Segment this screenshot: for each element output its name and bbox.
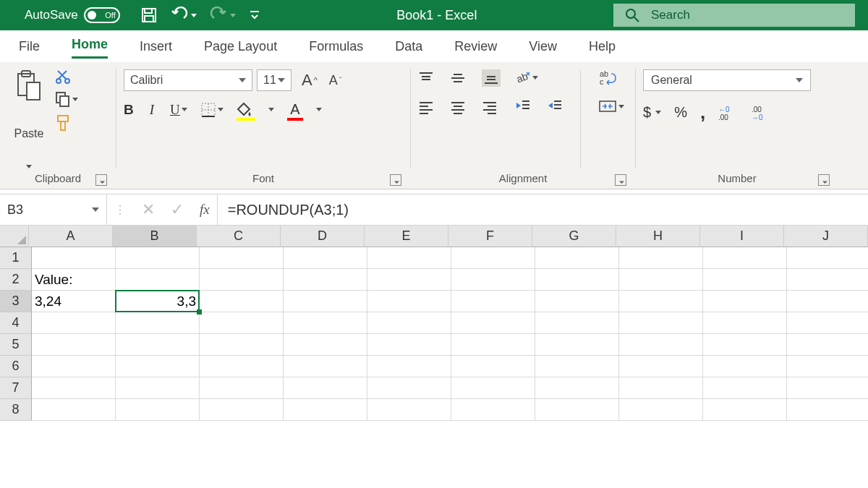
cell-J4[interactable] xyxy=(787,312,868,334)
cell-A7[interactable] xyxy=(32,377,116,399)
cell-C8[interactable] xyxy=(200,399,284,421)
cell-B3[interactable]: 3,3 xyxy=(116,291,200,312)
cells-grid[interactable]: Value:3,243,3 xyxy=(32,247,868,421)
cell-C7[interactable] xyxy=(200,377,284,399)
cell-D4[interactable] xyxy=(284,312,367,334)
cell-C4[interactable] xyxy=(200,312,284,334)
cell-D3[interactable] xyxy=(284,291,367,312)
cell-H1[interactable] xyxy=(619,247,703,269)
qat-customize-button[interactable] xyxy=(249,8,260,22)
cell-B6[interactable] xyxy=(116,356,200,377)
cell-H5[interactable] xyxy=(619,334,703,356)
tab-insert[interactable]: Insert xyxy=(140,36,172,57)
column-header-D[interactable]: D xyxy=(281,226,365,247)
cell-F2[interactable] xyxy=(451,269,535,291)
cell-J7[interactable] xyxy=(787,377,868,399)
cell-D1[interactable] xyxy=(284,247,367,269)
bold-button[interactable]: B xyxy=(124,102,134,118)
cell-G3[interactable] xyxy=(535,291,619,312)
accounting-format-button[interactable]: $ xyxy=(643,104,661,121)
clipboard-launcher[interactable] xyxy=(95,174,107,186)
align-left-button[interactable] xyxy=(418,100,434,114)
cell-J2[interactable] xyxy=(787,269,868,291)
cell-A4[interactable] xyxy=(32,312,116,334)
cell-G6[interactable] xyxy=(535,356,619,377)
cell-C2[interactable] xyxy=(200,269,284,291)
row-header-6[interactable]: 6 xyxy=(0,356,32,377)
cell-G2[interactable] xyxy=(535,269,619,291)
alignment-launcher[interactable] xyxy=(615,174,626,186)
tab-review[interactable]: Review xyxy=(454,36,497,57)
select-all-corner[interactable] xyxy=(0,226,29,247)
cell-F8[interactable] xyxy=(451,399,535,421)
cell-J1[interactable] xyxy=(787,247,868,269)
cell-J6[interactable] xyxy=(787,356,868,377)
cell-B7[interactable] xyxy=(116,377,200,399)
cut-button[interactable] xyxy=(55,68,78,84)
wrap-text-button[interactable]: abc xyxy=(598,69,617,85)
font-color-button[interactable]: A xyxy=(287,101,303,118)
cell-G7[interactable] xyxy=(535,377,619,399)
cell-B4[interactable] xyxy=(116,312,200,334)
row-header-4[interactable]: 4 xyxy=(0,312,32,334)
cell-H6[interactable] xyxy=(619,356,703,377)
cell-C1[interactable] xyxy=(200,247,284,269)
increase-font-button[interactable]: A^ xyxy=(302,71,318,90)
align-right-button[interactable] xyxy=(482,100,498,114)
cell-D6[interactable] xyxy=(284,356,367,377)
undo-button[interactable] xyxy=(171,7,197,24)
autosave-control[interactable]: AutoSave Off xyxy=(25,7,120,23)
format-painter-button[interactable] xyxy=(55,114,78,132)
cell-A2[interactable]: Value: xyxy=(32,269,116,291)
font-size-combo[interactable]: 11 xyxy=(257,69,292,91)
cell-F1[interactable] xyxy=(451,247,535,269)
row-header-7[interactable]: 7 xyxy=(0,377,32,399)
cell-H3[interactable] xyxy=(619,291,703,312)
tab-home[interactable]: Home xyxy=(72,34,108,59)
cell-E6[interactable] xyxy=(367,356,451,377)
cell-H4[interactable] xyxy=(619,312,703,334)
search-box[interactable]: Search xyxy=(613,4,855,27)
cell-C5[interactable] xyxy=(200,334,284,356)
autosave-toggle[interactable]: Off xyxy=(84,7,120,23)
column-header-J[interactable]: J xyxy=(784,226,868,247)
cell-E8[interactable] xyxy=(367,399,451,421)
enter-formula-button[interactable]: ✓ xyxy=(171,200,184,219)
row-header-1[interactable]: 1 xyxy=(0,247,32,269)
cell-I1[interactable] xyxy=(703,247,787,269)
cell-J5[interactable] xyxy=(787,334,868,356)
cell-I2[interactable] xyxy=(703,269,787,291)
tab-formulas[interactable]: Formulas xyxy=(309,36,363,57)
cell-I6[interactable] xyxy=(703,356,787,377)
decrease-font-button[interactable]: Aˇ xyxy=(329,73,341,88)
cell-C6[interactable] xyxy=(200,356,284,377)
cell-J3[interactable] xyxy=(787,291,868,312)
column-header-F[interactable]: F xyxy=(448,226,532,247)
tab-data[interactable]: Data xyxy=(395,36,422,57)
decrease-indent-button[interactable] xyxy=(515,98,531,113)
cell-D5[interactable] xyxy=(284,334,367,356)
column-header-C[interactable]: C xyxy=(197,226,281,247)
percent-format-button[interactable]: % xyxy=(674,104,687,121)
merge-center-button[interactable] xyxy=(598,98,624,114)
cell-B1[interactable] xyxy=(116,247,200,269)
copy-button[interactable] xyxy=(55,91,78,107)
cell-A1[interactable] xyxy=(32,247,116,269)
insert-function-button[interactable]: fx xyxy=(200,202,210,218)
row-header-2[interactable]: 2 xyxy=(0,269,32,291)
cell-G8[interactable] xyxy=(535,399,619,421)
number-launcher[interactable] xyxy=(818,174,830,186)
cell-C3[interactable] xyxy=(200,291,284,312)
cell-D2[interactable] xyxy=(284,269,367,291)
orientation-button[interactable]: ab xyxy=(515,69,538,85)
increase-decimal-button[interactable]: ←0.00 xyxy=(718,105,739,121)
cell-E2[interactable] xyxy=(367,269,451,291)
align-top-button[interactable] xyxy=(418,71,434,85)
cell-F4[interactable] xyxy=(451,312,535,334)
column-header-G[interactable]: G xyxy=(532,226,616,247)
italic-button[interactable]: I xyxy=(150,102,154,118)
cell-I8[interactable] xyxy=(703,399,787,421)
increase-indent-button[interactable] xyxy=(547,98,563,113)
cell-E7[interactable] xyxy=(367,377,451,399)
row-header-3[interactable]: 3 xyxy=(0,291,32,312)
